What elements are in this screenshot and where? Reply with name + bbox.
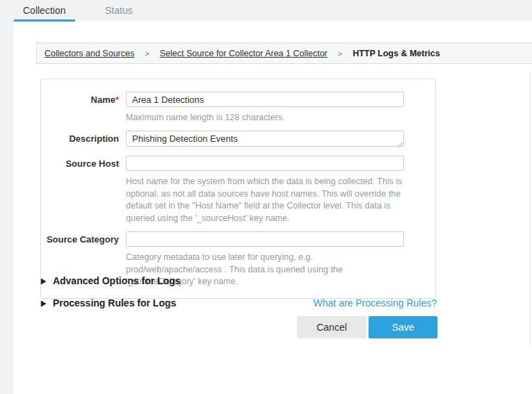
- what-are-processing-rules-link[interactable]: What are Processing Rules?: [314, 297, 437, 309]
- tab-collection[interactable]: Collection: [14, 0, 75, 22]
- tab-bar: Collection Status: [14, 0, 157, 22]
- expand-arrow-icon: ▶: [41, 277, 46, 286]
- breadcrumb: Collectors and Sources > Select Source f…: [36, 42, 532, 64]
- source-host-field-row: Source Host Host name for the system fro…: [41, 156, 435, 225]
- processing-rules-label: Processing Rules for Logs: [53, 297, 176, 309]
- chevron-right-icon: >: [338, 49, 342, 58]
- required-asterisk: *: [115, 95, 119, 105]
- advanced-options-label: Advanced Options for Logs: [53, 275, 181, 286]
- source-host-hint: Host name for the system from which the …: [126, 176, 404, 225]
- name-hint: Maximum name length is 128 characters.: [126, 112, 404, 124]
- tab-status[interactable]: Status: [96, 0, 157, 22]
- panel-right-divider: [530, 72, 531, 346]
- breadcrumb-link-select-source[interactable]: Select Source for Collector Area 1 Colle…: [160, 49, 328, 58]
- advanced-options-section-toggle[interactable]: ▶ Advanced Options for Logs: [41, 275, 181, 286]
- name-label-text: Name: [91, 95, 115, 105]
- chevron-right-icon: >: [145, 49, 149, 58]
- source-config-form: Name* Maximum name length is 128 charact…: [40, 79, 436, 299]
- left-gutter: [0, 22, 14, 394]
- description-field-row: Description Phishing Detection Events: [41, 131, 435, 149]
- expand-arrow-icon: ▶: [41, 299, 46, 308]
- description-label: Description: [41, 131, 119, 149]
- source-host-input[interactable]: [126, 156, 404, 171]
- breadcrumb-link-collectors-and-sources[interactable]: Collectors and Sources: [45, 49, 134, 58]
- name-field-row: Name* Maximum name length is 128 charact…: [41, 92, 435, 124]
- source-host-label: Source Host: [41, 156, 119, 225]
- breadcrumb-current-page: HTTP Logs & Metrics: [353, 49, 440, 58]
- name-input[interactable]: [126, 92, 404, 107]
- cancel-button[interactable]: Cancel: [297, 316, 366, 338]
- name-label: Name*: [41, 92, 119, 124]
- description-textarea[interactable]: Phishing Detection Events: [126, 131, 404, 147]
- source-category-input[interactable]: [126, 231, 404, 247]
- save-button[interactable]: Save: [369, 316, 437, 338]
- processing-rules-section-toggle[interactable]: ▶ Processing Rules for Logs: [41, 297, 176, 309]
